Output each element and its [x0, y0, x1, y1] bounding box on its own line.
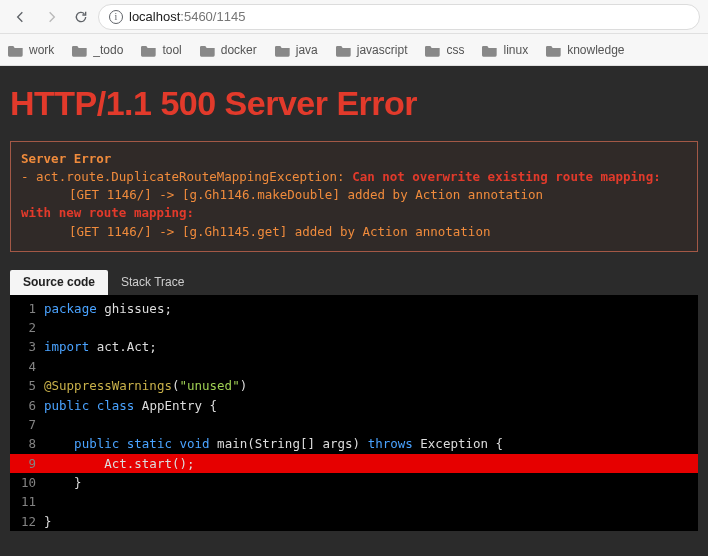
- line-number: 11: [10, 492, 44, 511]
- folder-icon: [72, 43, 88, 57]
- url-path: :5460/1145: [180, 9, 245, 24]
- folder-icon: [200, 43, 216, 57]
- line-number: 2: [10, 318, 44, 337]
- line-number: 9: [10, 454, 44, 473]
- code-content: [44, 492, 52, 511]
- code-line: 5@SuppressWarnings("unused"): [10, 376, 698, 395]
- code-line: 4: [10, 357, 698, 376]
- line-number: 4: [10, 357, 44, 376]
- folder-icon: [336, 43, 352, 57]
- bookmark-item[interactable]: work: [8, 43, 54, 57]
- folder-icon: [141, 43, 157, 57]
- tab-source-code[interactable]: Source code: [10, 270, 108, 295]
- url-host: localhost: [129, 9, 180, 24]
- site-info-icon[interactable]: i: [109, 10, 123, 24]
- error-header: Server Error: [21, 151, 111, 166]
- source-code-panel: 1package ghissues;2 3import act.Act;4 5@…: [10, 295, 698, 532]
- code-content: [44, 415, 52, 434]
- code-content: public static void main(String[] args) t…: [44, 434, 503, 453]
- arrow-left-icon: [13, 9, 29, 25]
- line-number: 1: [10, 299, 44, 318]
- line-number: 5: [10, 376, 44, 395]
- tab-stack-trace[interactable]: Stack Trace: [108, 270, 197, 295]
- error-detail-box: Server Error - act.route.DuplicateRouteM…: [10, 141, 698, 252]
- bookmark-label: docker: [221, 43, 257, 57]
- code-line: 3import act.Act;: [10, 337, 698, 356]
- code-line: 1package ghissues;: [10, 299, 698, 318]
- code-content: @SuppressWarnings("unused"): [44, 376, 247, 395]
- code-content: [44, 318, 52, 337]
- code-content: }: [44, 473, 82, 492]
- code-line: 6public class AppEntry {: [10, 396, 698, 415]
- bookmark-label: javascript: [357, 43, 408, 57]
- bookmark-item[interactable]: java: [275, 43, 318, 57]
- bookmark-label: java: [296, 43, 318, 57]
- code-content: import act.Act;: [44, 337, 157, 356]
- code-line: 9 Act.start();: [10, 454, 698, 473]
- bookmark-label: _todo: [93, 43, 123, 57]
- code-content: public class AppEntry {: [44, 396, 217, 415]
- folder-icon: [546, 43, 562, 57]
- code-content: [44, 357, 52, 376]
- reload-icon: [73, 9, 89, 25]
- code-line: 2: [10, 318, 698, 337]
- bookmark-label: knowledge: [567, 43, 624, 57]
- bookmark-label: css: [446, 43, 464, 57]
- bookmark-label: tool: [162, 43, 181, 57]
- error-message-2: with new route mapping:: [21, 205, 194, 220]
- bookmark-label: linux: [503, 43, 528, 57]
- code-line: 11: [10, 492, 698, 511]
- bookmarks-bar: work_todotooldockerjavajavascriptcsslinu…: [0, 34, 708, 66]
- code-line: 12}: [10, 512, 698, 531]
- folder-icon: [275, 43, 291, 57]
- folder-icon: [8, 43, 24, 57]
- bookmark-item[interactable]: _todo: [72, 43, 123, 57]
- line-number: 8: [10, 434, 44, 453]
- error-route-1: [GET 1146/] -> [g.Gh1146.makeDouble] add…: [21, 186, 687, 204]
- back-button[interactable]: [8, 4, 34, 30]
- code-line: 10 }: [10, 473, 698, 492]
- line-number: 12: [10, 512, 44, 531]
- arrow-right-icon: [43, 9, 59, 25]
- bookmark-item[interactable]: css: [425, 43, 464, 57]
- folder-icon: [425, 43, 441, 57]
- address-bar[interactable]: i localhost:5460/1145: [98, 4, 700, 30]
- tab-bar: Source code Stack Trace: [10, 270, 698, 295]
- line-number: 3: [10, 337, 44, 356]
- code-content: package ghissues;: [44, 299, 172, 318]
- browser-toolbar: i localhost:5460/1145: [0, 0, 708, 34]
- bookmark-label: work: [29, 43, 54, 57]
- error-exception: act.route.DuplicateRouteMappingException…: [36, 169, 352, 184]
- line-number: 7: [10, 415, 44, 434]
- line-number: 6: [10, 396, 44, 415]
- bookmark-item[interactable]: knowledge: [546, 43, 624, 57]
- code-content: Act.start();: [44, 454, 195, 473]
- error-route-2: [GET 1146/] -> [g.Gh1145.get] added by A…: [21, 223, 687, 241]
- bookmark-item[interactable]: docker: [200, 43, 257, 57]
- bookmark-item[interactable]: linux: [482, 43, 528, 57]
- reload-button[interactable]: [68, 4, 94, 30]
- bookmark-item[interactable]: javascript: [336, 43, 408, 57]
- error-prefix: -: [21, 169, 36, 184]
- page-title: HTTP/1.1 500 Server Error: [10, 84, 698, 123]
- error-message-1: Can not overwrite existing route mapping…: [352, 169, 661, 184]
- bookmark-item[interactable]: tool: [141, 43, 181, 57]
- line-number: 10: [10, 473, 44, 492]
- code-content: }: [44, 512, 52, 531]
- code-line: 8 public static void main(String[] args)…: [10, 434, 698, 453]
- folder-icon: [482, 43, 498, 57]
- code-line: 7: [10, 415, 698, 434]
- error-page: HTTP/1.1 500 Server Error Server Error -…: [0, 66, 708, 556]
- forward-button[interactable]: [38, 4, 64, 30]
